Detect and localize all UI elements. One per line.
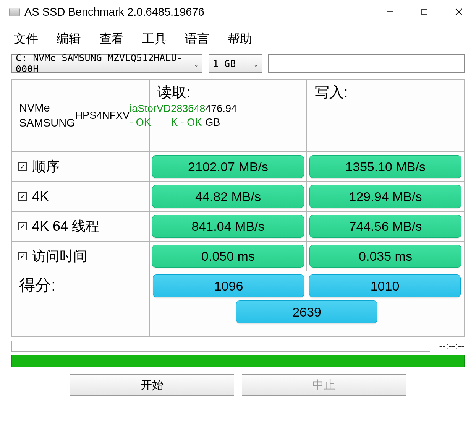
checkbox-4k[interactable]: ✓	[18, 192, 27, 201]
titlebar: AS SSD Benchmark 2.0.6485.19676	[0, 0, 476, 24]
row-4k64: ✓ 4K 64 线程 841.04 MB/s 744.56 MB/s	[12, 212, 464, 242]
seq-read-value: 2102.07 MB/s	[152, 155, 304, 178]
score-cells: 1096 1010 2639	[150, 271, 464, 336]
close-icon	[454, 7, 463, 16]
row-score: 得分: 1096 1010 2639	[12, 271, 464, 336]
score-total: 2639	[236, 300, 378, 323]
header-write: 写入:	[307, 80, 464, 151]
drive-select[interactable]: C: NVMe SAMSUNG MZVLQ512HALU-000H ⌄	[11, 54, 202, 73]
app-window: AS SSD Benchmark 2.0.6485.19676 文件 编辑 查看…	[0, 0, 476, 448]
size-select-value: 1 GB	[213, 58, 236, 69]
access-write-value: 0.035 ms	[309, 245, 461, 268]
size-select[interactable]: 1 GB ⌄	[209, 54, 262, 73]
menu-edit[interactable]: 编辑	[57, 31, 81, 47]
toolbar: C: NVMe SAMSUNG MZVLQ512HALU-000H ⌄ 1 GB…	[0, 54, 476, 77]
window-buttons	[373, 0, 476, 24]
menu-view[interactable]: 查看	[99, 31, 124, 47]
svg-rect-1	[422, 9, 427, 15]
4k-write-value: 129.94 MB/s	[309, 185, 461, 208]
drive-select-value: C: NVMe SAMSUNG MZVLQ512HALU-000H	[16, 52, 191, 75]
score-write: 1010	[309, 274, 461, 297]
progress-bar-empty	[11, 341, 430, 352]
bottom-buttons: 开始 中止	[11, 374, 465, 396]
device-model: NVMe SAMSUNG	[19, 101, 75, 130]
menu-file[interactable]: 文件	[14, 31, 38, 47]
label-4k64: ✓ 4K 64 线程	[12, 212, 150, 241]
menu-tools[interactable]: 工具	[142, 31, 167, 47]
maximize-button[interactable]	[407, 0, 442, 24]
device-info-cell: NVMe SAMSUNG HPS4NFXV iaStorVD - OK 2836…	[12, 80, 150, 151]
label-seq: ✓ 顺序	[12, 152, 150, 181]
label-4k64-text: 4K 64 线程	[32, 217, 99, 236]
row-4k: ✓ 4K 44.82 MB/s 129.94 MB/s	[12, 182, 464, 212]
app-icon	[9, 8, 20, 16]
menu-language[interactable]: 语言	[185, 31, 209, 47]
label-seq-text: 顺序	[32, 157, 60, 176]
checkbox-4k64[interactable]: ✓	[18, 222, 27, 230]
checkbox-seq[interactable]: ✓	[18, 162, 27, 171]
row-seq: ✓ 顺序 2102.07 MB/s 1355.10 MB/s	[12, 152, 464, 182]
row-access: ✓ 访问时间 0.050 ms 0.035 ms	[12, 242, 464, 271]
4k64-read-value: 841.04 MB/s	[152, 215, 304, 238]
minimize-icon	[385, 7, 395, 16]
header-row: NVMe SAMSUNG HPS4NFXV iaStorVD - OK 2836…	[12, 80, 464, 152]
chevron-down-icon: ⌄	[191, 60, 198, 68]
header-read: 读取:	[150, 80, 307, 151]
score-read: 1096	[153, 274, 304, 297]
progress-bar-full	[11, 355, 465, 367]
results-grid: NVMe SAMSUNG HPS4NFXV iaStorVD - OK 2836…	[11, 79, 465, 337]
menubar: 文件 编辑 查看 工具 语言 帮助	[0, 24, 476, 54]
device-serial: HPS4NFXV	[75, 109, 130, 122]
access-read-value: 0.050 ms	[152, 245, 304, 268]
label-4k: ✓ 4K	[12, 182, 150, 211]
progress-area: --:--:--	[11, 340, 465, 367]
minimize-button[interactable]	[373, 0, 407, 24]
4k-read-value: 44.82 MB/s	[152, 185, 304, 208]
start-button[interactable]: 开始	[70, 374, 234, 396]
label-score: 得分:	[12, 271, 150, 336]
checkbox-access[interactable]: ✓	[18, 252, 27, 260]
abort-button[interactable]: 中止	[242, 374, 406, 396]
label-4k-text: 4K	[32, 188, 49, 205]
4k64-write-value: 744.56 MB/s	[309, 215, 461, 238]
chevron-down-icon: ⌄	[251, 60, 258, 68]
window-title: AS SSD Benchmark 2.0.6485.19676	[24, 6, 204, 18]
seq-write-value: 1355.10 MB/s	[309, 155, 461, 178]
label-access: ✓ 访问时间	[12, 242, 150, 271]
maximize-icon	[420, 7, 429, 16]
label-access-text: 访问时间	[32, 247, 87, 266]
close-button[interactable]	[442, 0, 476, 24]
status-textbox[interactable]	[268, 54, 465, 73]
menu-help[interactable]: 帮助	[228, 31, 252, 47]
elapsed-time: --:--:--	[439, 340, 465, 352]
